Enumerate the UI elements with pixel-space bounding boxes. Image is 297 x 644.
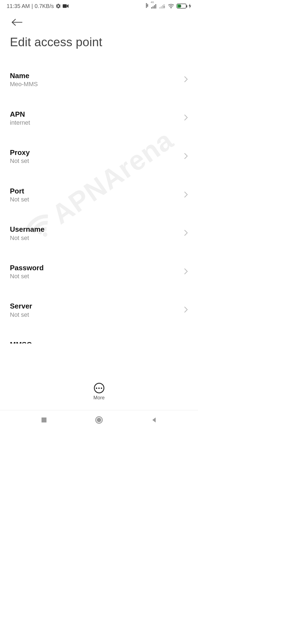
- setting-row-username[interactable]: Username Not set: [10, 219, 188, 248]
- status-time: 11:35 AM: [7, 3, 30, 9]
- setting-label: APN: [10, 110, 180, 119]
- page-title: Edit access point: [10, 35, 188, 49]
- more-button[interactable]: More: [82, 380, 116, 402]
- chevron-right-icon: [184, 152, 188, 161]
- svg-rect-1: [151, 7, 152, 9]
- battery-percent: 38: [177, 4, 181, 8]
- svg-rect-7: [162, 5, 163, 9]
- chevron-right-icon: [184, 191, 188, 199]
- setting-label: MMSC: [10, 340, 180, 343]
- setting-label: Server: [10, 302, 180, 310]
- svg-rect-3: [154, 5, 155, 9]
- setting-row-proxy[interactable]: Proxy Not set: [10, 142, 188, 171]
- setting-row-apn[interactable]: APN internet: [10, 104, 188, 133]
- bluetooth-icon: [145, 3, 149, 9]
- nav-bar: [0, 410, 198, 429]
- charging-icon: [189, 4, 191, 9]
- chevron-right-icon: [184, 114, 188, 122]
- setting-label: Name: [10, 72, 180, 80]
- setting-label: Proxy: [10, 148, 180, 157]
- setting-value: Not set: [10, 196, 180, 203]
- chevron-right-icon: [184, 268, 188, 276]
- svg-rect-12: [42, 417, 46, 422]
- svg-rect-0: [63, 4, 67, 8]
- setting-row-password[interactable]: Password Not set: [10, 258, 188, 286]
- setting-value: Not set: [10, 273, 180, 280]
- setting-label: Password: [10, 264, 180, 272]
- status-separator: |: [32, 3, 33, 9]
- setting-value: Not set: [10, 157, 180, 165]
- setting-label: Port: [10, 187, 180, 195]
- nav-recents-button[interactable]: [30, 417, 58, 423]
- svg-rect-5: [160, 7, 160, 9]
- setting-value: Not set: [10, 311, 180, 318]
- svg-point-14: [97, 418, 101, 422]
- svg-rect-4: [155, 4, 156, 9]
- back-button[interactable]: [10, 17, 24, 28]
- setting-row-port[interactable]: Port Not set: [10, 181, 188, 209]
- more-label: More: [93, 395, 105, 401]
- wifi-icon: [168, 4, 174, 9]
- settings-list: APNArena Name Meo-MMS APN internet Proxy…: [0, 66, 198, 343]
- svg-point-9: [171, 8, 172, 9]
- status-bar: 11:35 AM | 0.7KB/s 4G 38: [0, 0, 198, 12]
- setting-value: Not set: [10, 234, 180, 242]
- setting-row-mmsc[interactable]: MMSC http://10.16.18.4:38090/was: [10, 334, 188, 343]
- settings-icon: [56, 3, 61, 9]
- signal-no-sim-icon: [160, 4, 166, 9]
- app-header: Edit access point: [0, 12, 198, 52]
- nav-back-button[interactable]: [140, 417, 168, 423]
- setting-row-server[interactable]: Server Not set: [10, 296, 188, 324]
- setting-row-name[interactable]: Name Meo-MMS: [10, 66, 188, 94]
- battery-indicator: 38: [177, 4, 186, 9]
- chevron-right-icon: [184, 229, 188, 238]
- setting-label: Username: [10, 225, 180, 234]
- svg-rect-2: [153, 6, 153, 9]
- status-net-speed: 0.7KB/s: [35, 3, 54, 9]
- signal-4g-icon: 4G: [151, 4, 157, 9]
- chevron-right-icon: [184, 76, 188, 84]
- svg-rect-6: [161, 6, 162, 9]
- camera-icon: [63, 4, 69, 8]
- nav-home-button[interactable]: [85, 416, 113, 424]
- chevron-right-icon: [184, 306, 188, 314]
- more-icon: [94, 383, 104, 393]
- setting-value: internet: [10, 119, 180, 126]
- setting-value: Meo-MMS: [10, 81, 180, 88]
